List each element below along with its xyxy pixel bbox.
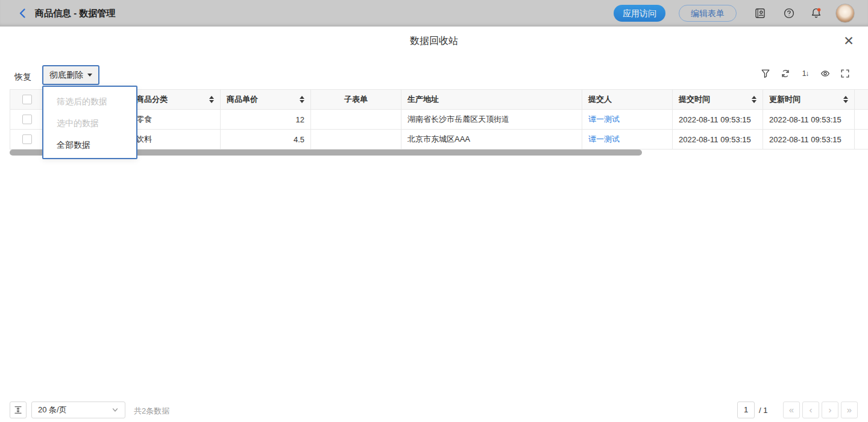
cell-submit-time: 2022-08-11 09:53:15 <box>673 130 763 149</box>
permanent-delete-label: 彻底删除 <box>49 70 83 81</box>
table-header-price[interactable]: 商品单价 <box>221 90 311 109</box>
cell-category: 零食 <box>130 110 221 129</box>
prev-page-button[interactable]: ‹ <box>802 402 819 418</box>
table-tools: 1↓ <box>761 69 850 78</box>
modal-title: 数据回收站 <box>0 35 868 48</box>
data-table: 商品分类 商品单价 子表单 生产地址 提交人 提交时间 更新时间 <box>10 89 868 150</box>
menu-item-filtered-data[interactable]: 筛选后的数据 <box>43 90 136 112</box>
table-header-overflow <box>855 90 868 109</box>
table-row[interactable]: 饮料 4.5 北京市东城区AAA 谭一测试 2022-08-11 09:53:1… <box>10 130 868 150</box>
page-size-value: 20 条/页 <box>38 402 67 418</box>
back-icon[interactable] <box>17 7 29 19</box>
cell-address: 湖南省长沙市岳麓区天顶街道 <box>401 110 582 129</box>
row-height-button[interactable] <box>10 402 27 418</box>
edit-form-button[interactable]: 编辑表单 <box>679 5 737 22</box>
table-header-submit-time[interactable]: 提交时间 <box>673 90 763 109</box>
help-icon[interactable] <box>783 7 795 19</box>
cell-price: 4.5 <box>221 130 311 149</box>
page-size-select[interactable]: 20 条/页 <box>31 402 125 418</box>
pagination-footer: 20 条/页 共2条数据 1 / 1 « ‹ › » <box>0 394 868 422</box>
menu-item-all-data[interactable]: 全部数据 <box>43 134 136 156</box>
submitter-link[interactable]: 谭一测试 <box>588 114 620 125</box>
cell-update-time: 2022-08-11 09:53:15 <box>763 130 855 149</box>
close-icon[interactable]: ✕ <box>841 34 856 48</box>
contacts-icon[interactable] <box>754 7 766 19</box>
select-all-checkbox[interactable] <box>22 95 32 104</box>
delete-dropdown-menu: 筛选后的数据 选中的数据 全部数据 <box>42 86 137 159</box>
page-title: 商品信息 - 数据管理 <box>35 0 115 27</box>
chevron-down-icon <box>87 74 92 77</box>
page-total-label: / 1 <box>759 406 767 415</box>
filter-icon[interactable] <box>761 69 770 78</box>
chevron-down-icon <box>112 406 119 414</box>
next-page-button[interactable]: › <box>822 402 838 418</box>
cell-category: 饮料 <box>130 130 221 149</box>
cell-price: 12 <box>221 110 311 129</box>
last-page-button[interactable]: » <box>841 402 858 418</box>
sort-arrows-icon[interactable] <box>300 96 304 103</box>
cell-address: 北京市东城区AAA <box>401 130 582 149</box>
app-header: 商品信息 - 数据管理 应用访问 编辑表单 <box>0 0 868 27</box>
cell-subform <box>311 110 401 129</box>
first-page-button[interactable]: « <box>783 402 800 418</box>
visibility-eye-icon[interactable] <box>820 69 830 78</box>
sort-arrows-icon[interactable] <box>209 96 214 103</box>
table-header-subform[interactable]: 子表单 <box>311 90 401 109</box>
row-checkbox[interactable] <box>22 115 32 124</box>
table-header-category[interactable]: 商品分类 <box>130 90 221 109</box>
table-header-update-time[interactable]: 更新时间 <box>763 90 855 109</box>
table-header-submitter[interactable]: 提交人 <box>582 90 673 109</box>
page-number-input[interactable]: 1 <box>737 402 755 418</box>
table-row[interactable]: 零食 12 湖南省长沙市岳麓区天顶街道 谭一测试 2022-08-11 09:5… <box>10 110 868 130</box>
notification-bell-icon[interactable] <box>810 7 822 19</box>
row-checkbox[interactable] <box>22 134 32 144</box>
cell-overflow <box>855 130 868 149</box>
menu-item-selected-data[interactable]: 选中的数据 <box>43 112 136 134</box>
fullscreen-icon[interactable] <box>840 69 850 78</box>
restore-button[interactable]: 恢复 <box>14 71 31 83</box>
sort-arrows-icon[interactable] <box>843 96 848 103</box>
avatar[interactable] <box>835 4 855 23</box>
total-count-label: 共2条数据 <box>134 406 169 417</box>
refresh-icon[interactable] <box>781 69 790 78</box>
cell-update-time: 2022-08-11 09:53:15 <box>763 110 855 129</box>
table-header-row: 商品分类 商品单价 子表单 生产地址 提交人 提交时间 更新时间 <box>10 89 868 110</box>
cell-overflow <box>855 110 868 129</box>
permanent-delete-button[interactable]: 彻底删除 <box>42 65 99 85</box>
cell-submit-time: 2022-08-11 09:53:15 <box>673 110 763 129</box>
recycle-bin-modal: 数据回收站 ✕ 恢复 彻底删除 1↓ <box>0 27 868 422</box>
cell-subform <box>311 130 401 149</box>
app-access-button[interactable]: 应用访问 <box>614 5 665 22</box>
page: 商品信息 - 数据管理 应用访问 编辑表单 <box>0 0 868 422</box>
submitter-link[interactable]: 谭一测试 <box>588 134 620 145</box>
sort-arrows-icon[interactable] <box>752 96 756 103</box>
sort-icon[interactable]: 1↓ <box>800 69 810 78</box>
table-header-address[interactable]: 生产地址 <box>401 90 582 109</box>
